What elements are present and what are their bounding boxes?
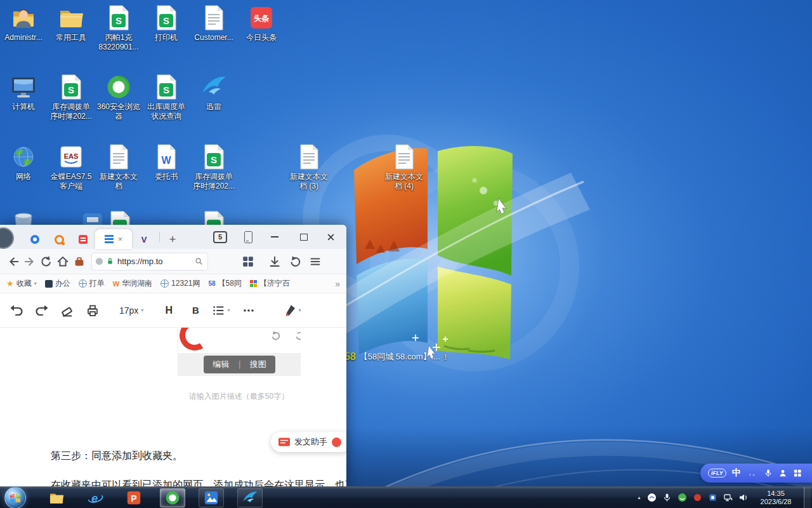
desktop-icon-thunder[interactable]: 迅雷 (190, 73, 238, 112)
desktop-icon-wps-binpa[interactable]: S 丙帕1克 83220901... (95, 4, 143, 52)
ime-tray-icon[interactable] (647, 493, 657, 502)
text-document-icon (105, 143, 133, 171)
refresh-button[interactable] (38, 253, 55, 270)
taskbar-ppt[interactable]: P (121, 488, 147, 507)
taskbar-clock[interactable]: 14:35 2023/6/28 (756, 490, 796, 506)
desktop-icon-toutiao[interactable]: 头条 今日头条 (237, 4, 285, 43)
taskbar-explorer[interactable] (44, 488, 69, 507)
close-button[interactable] (321, 225, 340, 249)
desktop-icon-360-browser[interactable]: 360安全浏览 器 (95, 73, 143, 121)
tab-5[interactable]: V (132, 230, 156, 249)
taskbar-photos[interactable] (199, 488, 224, 507)
forward-button[interactable] (22, 253, 38, 270)
user-icon[interactable] (778, 469, 787, 478)
hidden-icons-arrow[interactable]: ▲ (637, 495, 641, 500)
start-button[interactable] (0, 487, 30, 508)
bold-button[interactable]: B (188, 305, 203, 316)
font-size-select[interactable]: 17px▾ (119, 305, 143, 316)
tab-1[interactable] (23, 230, 47, 249)
phone-sync-button[interactable] (239, 225, 258, 249)
more-tools-button[interactable] (241, 303, 256, 318)
show-desktop-button[interactable] (804, 487, 811, 508)
minimize-button[interactable] (265, 225, 284, 249)
taskbar-ie[interactable]: e (82, 488, 108, 507)
maximize-button[interactable] (294, 225, 313, 249)
new-tab-button[interactable]: + (163, 230, 182, 249)
bookmark-bangong[interactable]: 办公 (45, 278, 70, 289)
back-button[interactable] (5, 253, 22, 270)
search-icon[interactable] (194, 257, 204, 266)
bookmark-huarun[interactable]: W华润湖南 (113, 278, 152, 289)
app-tray-icon[interactable] (708, 493, 717, 502)
publish-assistant-button[interactable]: 发文助手 (271, 432, 346, 452)
navigation-bar: https://mp.to (0, 249, 346, 274)
taskbar-360-browser[interactable] (160, 488, 185, 507)
desktop-shortcut-58[interactable]: 58 【58同城 58.com】.... ! (344, 351, 447, 363)
image-undo-glyph (269, 329, 282, 342)
desktop-icon-computer[interactable]: 计算机 (0, 73, 48, 112)
icon-label: 打印机 (155, 33, 178, 43)
image-search-button[interactable]: 搜图 (250, 359, 266, 370)
highlight-pen-button[interactable]: ▾ (283, 304, 301, 318)
bookmark-favorites[interactable]: ★收藏▾ (6, 278, 37, 289)
desktop-icon-chuku[interactable]: S 出库调度单 状况查询 (142, 73, 190, 121)
image-hover-bar: 编辑 ｜ 搜图 (178, 353, 301, 376)
tab-close-icon[interactable]: × (118, 235, 123, 243)
desktop-icon-textdoc[interactable]: 新建文本文 档 (95, 143, 143, 191)
360-tray-icon[interactable] (678, 493, 687, 502)
browser-avatar[interactable] (0, 227, 14, 249)
article-paragraph[interactable]: 第三步：同意添加到收藏夹。 (51, 450, 183, 463)
thunder-bird-icon (242, 490, 258, 506)
volume-tray-icon[interactable] (738, 493, 748, 502)
desktop-icon-customer-doc[interactable]: Customer... (190, 4, 238, 43)
print-button[interactable] (85, 303, 100, 318)
grid-icon[interactable] (793, 469, 802, 478)
address-bar[interactable]: https://mp.to (91, 253, 208, 271)
status-red-tray-icon[interactable] (693, 493, 702, 502)
tab-count[interactable]: 5 (211, 225, 230, 249)
desktop-icon-wps-kucun1[interactable]: S 库存调拨单 序时簿202... (47, 73, 95, 121)
desktop-icon-weituoshu[interactable]: W 委托书 (142, 143, 190, 182)
mic-icon[interactable] (764, 469, 773, 478)
taskbar-thunder[interactable] (237, 488, 263, 507)
menu-button[interactable] (307, 253, 324, 270)
desktop-icon-textdoc4[interactable]: 新建文本文 档 (4) (380, 143, 428, 191)
bookmark-12321[interactable]: 12321网 (160, 278, 200, 289)
network-tray-icon[interactable] (723, 493, 733, 502)
home-button[interactable] (55, 253, 71, 270)
article-paragraph-clipped[interactable]: 在收藏夹中可以看到已添加的网页，添加成功后会在这里显示，也可以 (51, 479, 346, 486)
desktop-icon-wps-kucun2[interactable]: S 库存调拨单 序时簿202... (190, 143, 238, 191)
desktop-icon-common-tools[interactable]: 常用工具 (47, 4, 95, 43)
url-text[interactable]: https://mp.to (117, 257, 192, 266)
image-caption-placeholder[interactable]: 请输入图片描述（最多50字） (178, 391, 300, 402)
tab-3[interactable] (71, 230, 95, 249)
heading-button[interactable]: H (161, 305, 176, 316)
undo-button[interactable] (9, 303, 24, 318)
eraser-button[interactable] (60, 303, 75, 318)
apps-grid-button[interactable] (240, 253, 256, 270)
desktop-icon-printer-doc[interactable]: S 打印机 (142, 4, 190, 43)
list-button[interactable]: ▾ (212, 304, 230, 318)
history-restore-button[interactable] (287, 253, 303, 270)
site-info-icon[interactable] (96, 258, 103, 265)
tab-active[interactable]: × (95, 229, 132, 249)
bookmark-jining[interactable]: 【济宁百 (250, 278, 290, 289)
ifly-logo[interactable]: iFLY (708, 469, 726, 478)
ime-punctuation-toggle[interactable]: ，。 (747, 469, 758, 478)
image-edit-button[interactable]: 编辑 (213, 359, 229, 370)
ime-language-toggle[interactable]: 中 (732, 467, 741, 479)
redo-button[interactable] (34, 303, 49, 318)
desktop-icon-eas-client[interactable]: EAS 金蝶EAS7.5 客户端 (47, 143, 95, 191)
desktop-icon-administrator[interactable]: Administr... (0, 4, 48, 43)
article-image[interactable]: 编辑 ｜ 搜图 (178, 328, 301, 376)
desktop-icon-network[interactable]: 网络 (0, 143, 48, 182)
desktop-icon-textdoc3[interactable]: 新建文本文 档 (3) (285, 143, 333, 191)
bookmark-dadan[interactable]: 打单 (79, 278, 105, 289)
chevron-down-icon: ▾ (298, 307, 301, 313)
downloads-button[interactable] (266, 253, 283, 270)
tab-2[interactable] (47, 230, 71, 249)
workspace-button[interactable] (71, 253, 88, 270)
bookmarks-overflow[interactable]: » (335, 279, 340, 289)
mic-tray-icon[interactable] (662, 493, 672, 502)
bookmark-58[interactable]: 58【58同 (208, 278, 241, 289)
